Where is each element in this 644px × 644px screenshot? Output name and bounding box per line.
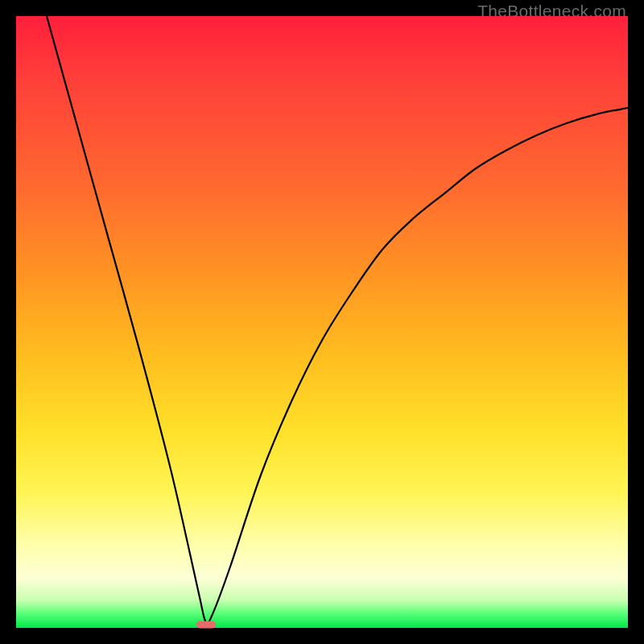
bottleneck-curve bbox=[16, 16, 628, 628]
plot-area bbox=[16, 16, 628, 628]
optimal-point-marker bbox=[196, 621, 216, 629]
chart-frame: TheBottleneck.com bbox=[0, 0, 644, 644]
